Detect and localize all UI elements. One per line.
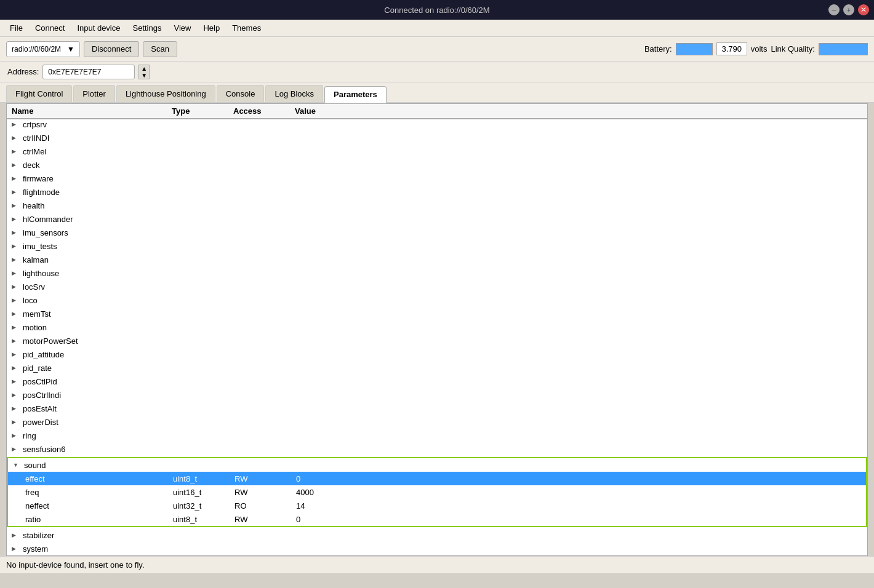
group-row-crtpsrv[interactable]: ▶crtpsrv bbox=[7, 119, 867, 131]
battery-section: Battery: 3.790 volts Link Quality: bbox=[644, 42, 868, 55]
collapse-arrow-icon: ▶ bbox=[12, 135, 20, 141]
group-name: locSrv bbox=[23, 282, 45, 292]
maximize-button[interactable]: + bbox=[843, 4, 854, 15]
param-name: neffect bbox=[25, 501, 49, 511]
group-row-sensfusion6[interactable]: ▶sensfusion6 bbox=[7, 442, 867, 456]
param-row-neffect[interactable]: neffectuint32_tRO14 bbox=[8, 499, 866, 512]
group-name: pid_rate bbox=[23, 364, 52, 373]
collapse-arrow-icon: ▶ bbox=[12, 419, 20, 425]
sound-group-wrapper: ▼soundeffectuint8_tRW0frequint16_tRW4000… bbox=[7, 457, 867, 527]
collapse-arrow-icon: ▶ bbox=[12, 256, 20, 263]
menu-item-connect[interactable]: Connect bbox=[30, 22, 70, 34]
address-spinner[interactable]: ▲▼ bbox=[138, 65, 150, 79]
group-row-pid_rate[interactable]: ▶pid_rate bbox=[7, 361, 867, 375]
col-access: Access bbox=[233, 106, 295, 116]
tab-plotter[interactable]: Plotter bbox=[73, 85, 115, 102]
tab-log-blocks[interactable]: Log Blocks bbox=[265, 85, 323, 102]
param-access: RO bbox=[235, 501, 296, 511]
menu-item-settings[interactable]: Settings bbox=[127, 22, 166, 34]
group-row-imu_sensors[interactable]: ▶imu_sensors bbox=[7, 226, 867, 239]
group-row-health[interactable]: ▶health bbox=[7, 199, 867, 212]
group-row-firmware[interactable]: ▶firmware bbox=[7, 172, 867, 185]
tab-parameters[interactable]: Parameters bbox=[324, 86, 387, 103]
collapse-arrow-icon: ▶ bbox=[12, 284, 20, 290]
group-row-posCtrlIndi[interactable]: ▶posCtrlIndi bbox=[7, 388, 867, 402]
table-body[interactable]: ▶commander▶controller▶cpu▶crtpsrv▶ctrlIN… bbox=[7, 119, 867, 555]
volts-label: volts bbox=[751, 44, 768, 54]
collapse-arrow-icon: ▶ bbox=[12, 392, 20, 398]
minimize-button[interactable]: ─ bbox=[828, 4, 840, 15]
group-row-lighthouse[interactable]: ▶lighthouse bbox=[7, 266, 867, 280]
group-name: pid_attitude bbox=[23, 350, 64, 359]
param-type: uint32_t bbox=[173, 501, 235, 511]
param-name: ratio bbox=[25, 515, 41, 524]
tab-flight-control[interactable]: Flight Control bbox=[6, 85, 72, 102]
group-name: loco bbox=[23, 296, 38, 305]
param-name: effect bbox=[25, 474, 45, 483]
col-type: Type bbox=[172, 106, 233, 116]
group-row-posCtlPid[interactable]: ▶posCtlPid bbox=[7, 375, 867, 388]
group-row-stabilizer[interactable]: ▶stabilizer bbox=[7, 528, 867, 542]
expand-arrow-icon: ▼ bbox=[13, 462, 22, 468]
group-row-flightmode[interactable]: ▶flightmode bbox=[7, 185, 867, 199]
group-row-motorPowerSet[interactable]: ▶motorPowerSet bbox=[7, 334, 867, 348]
group-row-kalman[interactable]: ▶kalman bbox=[7, 253, 867, 266]
group-name: memTst bbox=[23, 309, 51, 319]
disconnect-button[interactable]: Disconnect bbox=[84, 41, 139, 57]
tab-lighthouse[interactable]: Lighthouse Positioning bbox=[116, 85, 215, 102]
group-name: powerDist bbox=[23, 418, 58, 427]
window-controls: ─ + ✕ bbox=[828, 4, 869, 15]
group-row-imu_tests[interactable]: ▶imu_tests bbox=[7, 239, 867, 253]
collapse-arrow-icon: ▶ bbox=[12, 148, 20, 154]
param-type: uint8_t bbox=[173, 474, 235, 483]
battery-voltage: 3.790 bbox=[716, 42, 747, 55]
tabbar: Flight ControlPlotterLighthouse Position… bbox=[0, 82, 874, 103]
param-access: RW bbox=[235, 474, 296, 483]
group-name: hlCommander bbox=[23, 215, 73, 224]
radio-address-dropdown[interactable]: radio://0/60/2M ▼ bbox=[6, 41, 80, 57]
group-row-sound[interactable]: ▼sound bbox=[8, 458, 866, 472]
group-row-ctrlMel[interactable]: ▶ctrlMel bbox=[7, 145, 867, 158]
group-row-powerDist[interactable]: ▶powerDist bbox=[7, 415, 867, 429]
address-field[interactable]: 0xE7E7E7E7E7 bbox=[42, 65, 135, 79]
radio-address-value: radio://0/60/2M bbox=[12, 45, 61, 54]
group-row-hlCommander[interactable]: ▶hlCommander bbox=[7, 212, 867, 226]
collapse-arrow-icon: ▶ bbox=[12, 297, 20, 303]
collapse-arrow-icon: ▶ bbox=[12, 243, 20, 249]
toolbar: radio://0/60/2M ▼ Disconnect Scan Batter… bbox=[0, 37, 874, 62]
collapse-arrow-icon: ▶ bbox=[12, 162, 20, 168]
group-row-ctrlINDI[interactable]: ▶ctrlINDI bbox=[7, 131, 867, 145]
group-row-loco[interactable]: ▶loco bbox=[7, 293, 867, 307]
group-row-deck[interactable]: ▶deck bbox=[7, 158, 867, 172]
tab-console[interactable]: Console bbox=[217, 85, 265, 102]
menubar: FileConnectInput deviceSettingsViewHelpT… bbox=[0, 20, 874, 37]
group-row-posEstAlt[interactable]: ▶posEstAlt bbox=[7, 402, 867, 415]
group-name: imu_tests bbox=[23, 242, 57, 251]
collapse-arrow-icon: ▶ bbox=[12, 405, 20, 411]
window-title: Connected on radio://0/60/2M bbox=[384, 6, 489, 15]
group-row-ring[interactable]: ▶ring bbox=[7, 429, 867, 442]
group-row-locSrv[interactable]: ▶locSrv bbox=[7, 280, 867, 293]
group-row-memTst[interactable]: ▶memTst bbox=[7, 307, 867, 320]
menu-item-help[interactable]: Help bbox=[198, 22, 225, 34]
menu-item-themes[interactable]: Themes bbox=[227, 22, 266, 34]
group-row-pid_attitude[interactable]: ▶pid_attitude bbox=[7, 348, 867, 361]
param-row-effect[interactable]: effectuint8_tRW0 bbox=[8, 472, 866, 485]
close-button[interactable]: ✕ bbox=[858, 4, 869, 15]
param-access: RW bbox=[235, 515, 296, 524]
group-name: kalman bbox=[23, 255, 49, 264]
param-name: freq bbox=[25, 488, 39, 497]
scan-button[interactable]: Scan bbox=[143, 41, 177, 57]
param-row-freq[interactable]: frequint16_tRW4000 bbox=[8, 485, 866, 499]
menu-item-view[interactable]: View bbox=[169, 22, 196, 34]
menu-item-file[interactable]: File bbox=[5, 22, 28, 34]
collapse-arrow-icon: ▶ bbox=[12, 378, 20, 384]
param-row-ratio[interactable]: ratiouint8_tRW0 bbox=[8, 512, 866, 526]
col-name: Name bbox=[12, 106, 172, 116]
group-name: crtpsrv bbox=[23, 120, 47, 129]
group-name: posEstAlt bbox=[23, 404, 57, 413]
statusbar: No input-device found, insert one to fly… bbox=[0, 556, 874, 573]
group-row-system[interactable]: ▶system bbox=[7, 542, 867, 555]
group-row-motion[interactable]: ▶motion bbox=[7, 320, 867, 334]
menu-item-input-device[interactable]: Input device bbox=[72, 22, 125, 34]
